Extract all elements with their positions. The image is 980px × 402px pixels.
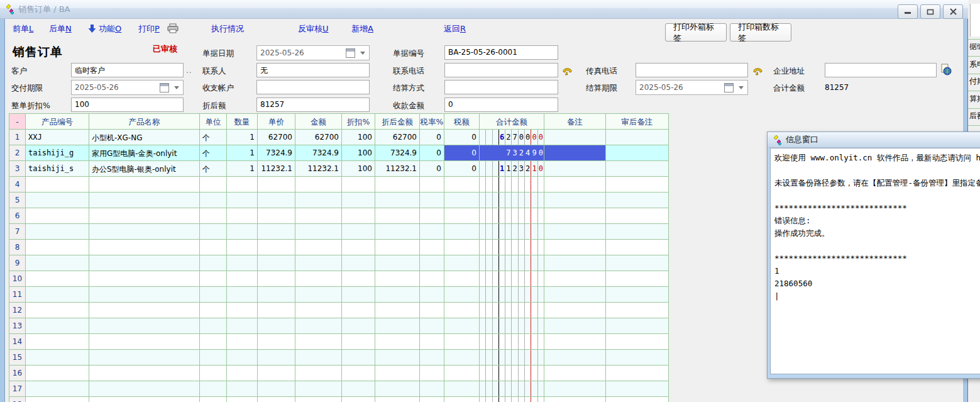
cell-post_audit_note[interactable] — [606, 208, 668, 223]
cell-amount[interactable] — [295, 381, 342, 396]
received-amount-input[interactable]: 0 — [444, 98, 558, 112]
cell-price[interactable]: 11232.1 — [258, 161, 295, 176]
cell-discount[interactable] — [342, 177, 375, 192]
cell-num[interactable]: 2 — [9, 145, 26, 160]
cell-tax[interactable] — [444, 193, 480, 208]
cell-unit[interactable] — [200, 350, 227, 365]
cell-price[interactable]: 62700 — [258, 130, 295, 145]
doc-no-input[interactable]: BA-25-05-26-0001 — [444, 45, 558, 60]
toolbar-function[interactable]: 功能O — [99, 23, 121, 35]
delivery-date-input[interactable]: 2025-05-26 — [71, 80, 184, 95]
cell-tax[interactable] — [444, 271, 480, 286]
cell-discounted[interactable] — [375, 224, 420, 239]
table-row-16[interactable]: 16 — [9, 366, 668, 381]
cell-discounted[interactable] — [375, 240, 420, 255]
header-code[interactable]: 产品编号 — [26, 114, 89, 129]
cell-tax[interactable]: 0 — [444, 161, 480, 176]
cell-tax[interactable]: 0 — [444, 145, 480, 160]
cell-discounted[interactable] — [375, 334, 420, 349]
cell-price[interactable]: 7324.9 — [258, 145, 295, 160]
cell-note[interactable] — [544, 334, 606, 349]
cell-note[interactable] — [544, 161, 606, 176]
cell-price[interactable] — [258, 303, 295, 318]
cell-tax[interactable] — [444, 208, 480, 223]
cell-tax[interactable] — [444, 350, 480, 365]
info-window-titlebar[interactable]: 信息窗口 — [768, 132, 980, 148]
cell-tax_rate[interactable] — [420, 397, 444, 402]
cell-price[interactable] — [258, 287, 295, 302]
cell-amount[interactable] — [295, 193, 342, 208]
print-box-count-label-button[interactable]: 打印箱数标签 — [730, 23, 791, 42]
chevron-down-icon[interactable] — [360, 52, 365, 55]
cell-qty[interactable] — [227, 287, 258, 302]
cell-code[interactable] — [26, 303, 89, 318]
cell-code[interactable] — [26, 208, 89, 223]
cell-post_audit_note[interactable] — [606, 224, 668, 239]
cell-note[interactable] — [544, 255, 606, 271]
cell-discounted[interactable] — [375, 303, 420, 318]
cell-total_digits[interactable] — [480, 208, 544, 223]
cell-price[interactable] — [258, 334, 295, 349]
cell-discount[interactable] — [342, 255, 375, 271]
cell-unit[interactable] — [200, 271, 227, 286]
info-window-body[interactable]: 欢迎使用 www.onlyit.cn 软件作品，最新动态请访问 http:// … — [770, 148, 980, 374]
cell-discount[interactable] — [342, 350, 375, 365]
toolbar-prev-order[interactable]: 前单L — [13, 23, 33, 35]
cell-discounted[interactable] — [375, 271, 420, 286]
cell-discounted[interactable] — [375, 208, 420, 223]
cell-note[interactable] — [544, 224, 606, 239]
toolbar-unaudit[interactable]: 反审核U — [298, 23, 329, 35]
cell-code[interactable]: taishiji_s — [26, 161, 89, 176]
pay-account-input[interactable] — [256, 80, 370, 94]
cell-name[interactable] — [89, 350, 200, 365]
cell-amount[interactable] — [295, 303, 342, 318]
settle-date-input[interactable]: 2025-05-26 — [636, 80, 748, 95]
phone-icon[interactable] — [561, 64, 574, 76]
cell-code[interactable] — [26, 366, 89, 381]
cell-total_digits[interactable] — [480, 318, 544, 333]
toolbar-execution-status[interactable]: 执行情况 — [211, 23, 244, 35]
printer-icon[interactable] — [167, 23, 179, 33]
customer-lookup-button[interactable]: .. — [186, 66, 192, 75]
cell-note[interactable] — [544, 208, 606, 223]
cell-total_digits[interactable]: 1123210 — [480, 161, 544, 176]
cell-price[interactable] — [258, 224, 295, 239]
cell-num[interactable]: 9 — [9, 255, 26, 271]
cell-discounted[interactable] — [375, 381, 420, 396]
toolbar-return[interactable]: 返回R — [444, 23, 466, 35]
toolbar-add-new[interactable]: 新增A — [351, 23, 373, 35]
cell-total_digits[interactable] — [480, 287, 544, 302]
cell-discount[interactable] — [342, 271, 375, 286]
cell-unit[interactable] — [200, 240, 227, 255]
cell-name[interactable] — [89, 193, 200, 208]
cell-tax[interactable] — [444, 287, 480, 302]
cell-name[interactable] — [89, 271, 200, 286]
cell-code[interactable] — [26, 287, 89, 302]
cell-total_digits[interactable] — [480, 271, 544, 286]
cell-num[interactable]: 16 — [9, 366, 26, 381]
print-outer-box-label-button[interactable]: 打印外箱标签 — [665, 23, 727, 42]
window-titlebar[interactable]: 销售订单 / BA — [0, 0, 968, 19]
cell-amount[interactable] — [295, 366, 342, 381]
cell-post_audit_note[interactable] — [606, 240, 668, 255]
company-address-input[interactable] — [825, 63, 937, 77]
cell-note[interactable] — [544, 381, 606, 396]
cell-name[interactable] — [89, 318, 200, 333]
cell-discount[interactable] — [342, 381, 375, 396]
cell-tax_rate[interactable] — [420, 366, 444, 381]
cell-num[interactable]: 14 — [9, 334, 26, 349]
cell-unit[interactable] — [200, 208, 227, 223]
cell-price[interactable] — [258, 397, 295, 402]
cell-tax[interactable] — [444, 366, 480, 381]
cell-num[interactable]: 4 — [9, 177, 26, 192]
cell-post_audit_note[interactable] — [606, 350, 668, 365]
cell-tax_rate[interactable] — [420, 334, 444, 349]
cell-amount[interactable] — [295, 208, 342, 223]
cell-num[interactable]: 5 — [9, 193, 26, 208]
cell-total_digits[interactable] — [480, 397, 544, 402]
cell-amount[interactable] — [295, 350, 342, 365]
cell-discounted[interactable] — [375, 350, 420, 365]
cell-name[interactable] — [89, 334, 200, 349]
cell-num[interactable]: 12 — [9, 303, 26, 318]
table-row-9[interactable]: 9 — [9, 255, 668, 271]
